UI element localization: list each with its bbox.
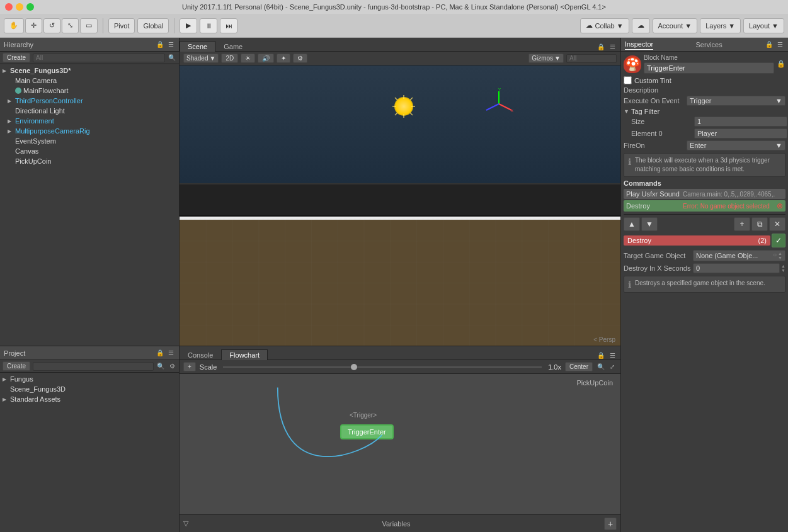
2d-button[interactable]: 2D: [221, 54, 238, 63]
audio-button[interactable]: 🔊: [258, 54, 274, 63]
flowchart-tab[interactable]: Flowchart: [221, 349, 268, 360]
project-item-scene[interactable]: Scene_Fungus3D: [0, 384, 179, 394]
pause-button[interactable]: ⏸: [200, 18, 217, 33]
move-tool[interactable]: ✛: [25, 18, 42, 33]
custom-tint-checkbox[interactable]: [624, 76, 632, 84]
triggerenter-node[interactable]: TriggerEnter: [340, 424, 394, 439]
target-circle-icon[interactable]: ○: [773, 251, 777, 260]
destroy-in-down[interactable]: ▼: [781, 268, 785, 273]
target-value[interactable]: None (Game Obje... ○ ▲ ▼: [693, 250, 785, 261]
target-down-arrow[interactable]: ▼: [778, 256, 782, 260]
minimize-button[interactable]: [16, 3, 23, 11]
tree-item-scene[interactable]: ▶ Scene_Fungus3D*: [0, 65, 179, 76]
fx-button[interactable]: ⚙: [293, 54, 307, 63]
scene-menu-icon[interactable]: ☰: [608, 42, 617, 51]
maximize-button[interactable]: [26, 3, 34, 11]
project-search-icon[interactable]: 🔍: [156, 362, 165, 371]
move-up-button[interactable]: ▲: [624, 217, 640, 231]
tree-item-mainflowchart[interactable]: MainFlowchart: [0, 86, 179, 96]
project-item-fungus[interactable]: ▶ Fungus: [0, 374, 179, 384]
cloud-button[interactable]: ☁: [632, 18, 650, 33]
execute-on-event-dropdown[interactable]: Trigger ▼: [687, 96, 785, 106]
block-name-row: Block Name 🔒: [624, 54, 785, 74]
scale-tool[interactable]: ⤡: [62, 18, 79, 33]
flowchart-expand-icon[interactable]: ⤢: [608, 363, 617, 371]
destroy-in-up[interactable]: ▲: [781, 264, 785, 268]
step-button[interactable]: ⏭: [220, 18, 237, 33]
account-button[interactable]: Account ▼: [653, 18, 698, 33]
project-create-button[interactable]: Create: [3, 361, 30, 371]
flowchart-search-icon[interactable]: 🔍: [597, 363, 605, 371]
inspector-small-lock-icon[interactable]: 🔒: [777, 60, 785, 69]
console-tab[interactable]: Console: [180, 349, 221, 360]
duplicate-command-button[interactable]: ⧉: [751, 217, 768, 231]
inspector-tab[interactable]: Inspector: [625, 39, 653, 50]
lighting-button[interactable]: ☀: [241, 54, 255, 63]
inspector-lock-icon[interactable]: 🔒: [765, 40, 774, 49]
layers-button[interactable]: Layers ▼: [700, 18, 741, 33]
tree-item-canvas[interactable]: Canvas: [0, 146, 179, 156]
hand-tool[interactable]: ✋: [4, 18, 24, 33]
menu-icon[interactable]: ☰: [166, 40, 175, 49]
hierarchy-search-input[interactable]: [33, 54, 165, 62]
execute-on-event-row: Execute On Event Trigger ▼: [624, 96, 785, 106]
tree-item-environment[interactable]: ▶ Environment: [0, 116, 179, 126]
target-up-arrow[interactable]: ▲: [778, 251, 782, 256]
delete-command-button[interactable]: ✕: [769, 217, 785, 231]
project-item-standard[interactable]: ▶ Standard Assets: [0, 394, 179, 404]
add-command-button[interactable]: +: [734, 217, 750, 231]
tree-item-thirdperson[interactable]: ▶ ThirdPersonController: [0, 96, 179, 106]
global-button[interactable]: Global: [137, 18, 169, 33]
pivot-button[interactable]: Pivot: [108, 18, 135, 33]
center-button[interactable]: Center: [565, 362, 593, 371]
tree-item-pickupcoin[interactable]: PickUpCoin: [0, 156, 179, 166]
hierarchy-search-icon[interactable]: 🔍: [168, 54, 176, 62]
destroy-in-input[interactable]: [693, 263, 780, 273]
element-0-row: Element 0: [624, 128, 785, 139]
vfx-button[interactable]: ✦: [277, 54, 290, 63]
tree-item-multipurpose[interactable]: ▶ MultipurposeCameraRig: [0, 126, 179, 136]
custom-tint-label: Custom Tint: [634, 77, 671, 84]
rect-tool[interactable]: ▭: [80, 18, 98, 33]
lock-icon[interactable]: 🔒: [156, 40, 164, 49]
svg-line-4: [395, 98, 397, 100]
block-name-input[interactable]: [644, 62, 774, 74]
layout-button[interactable]: Layout ▼: [743, 18, 784, 33]
tree-item-eventsystem[interactable]: EventSystem: [0, 136, 179, 146]
project-menu-icon[interactable]: ☰: [166, 349, 175, 358]
size-input[interactable]: [694, 116, 787, 127]
scale-slider[interactable]: [223, 366, 542, 368]
tree-item-maincamera[interactable]: Main Camera: [0, 76, 179, 86]
add-block-button[interactable]: +: [183, 362, 196, 371]
game-tab[interactable]: Game: [215, 41, 251, 52]
gizmos-dropdown[interactable]: Gizmos ▼: [528, 54, 564, 63]
project-settings-icon[interactable]: ⚙: [168, 362, 176, 371]
scene-lock-icon[interactable]: 🔒: [597, 42, 605, 51]
close-button[interactable]: [5, 3, 13, 11]
inspector-menu-icon[interactable]: ☰: [775, 40, 784, 49]
hierarchy-tree: ▶ Scene_Fungus3D* Main Camera MainFlowch…: [0, 64, 179, 346]
destroy-error: Error: No game object selected: [683, 203, 777, 210]
shading-dropdown[interactable]: Shaded ▼: [183, 54, 219, 63]
move-down-button[interactable]: ▼: [641, 217, 658, 231]
play-button[interactable]: ▶: [180, 18, 197, 33]
fire-on-dropdown[interactable]: Enter ▼: [687, 140, 785, 150]
hierarchy-create-button[interactable]: Create: [3, 53, 30, 62]
flowchart-lock-icon[interactable]: 🔒: [597, 351, 605, 359]
collab-button[interactable]: ☁ Collab ▼: [580, 18, 629, 33]
tree-item-dirlight[interactable]: Directional Light: [0, 106, 179, 116]
command-play-sound[interactable]: Play Usfxr Sound Camera.main: 0,.5,,.028…: [624, 189, 785, 199]
command-destroy[interactable]: Destroy Error: No game object selected ⊗: [624, 200, 785, 212]
element-0-input[interactable]: [694, 128, 787, 139]
scene-tab[interactable]: Scene: [180, 41, 215, 52]
services-tab[interactable]: Services: [696, 41, 722, 48]
destroy-enabled-checkbox[interactable]: ✓: [772, 234, 785, 247]
scene-search-input[interactable]: [566, 54, 617, 63]
project-search-input[interactable]: [33, 362, 154, 371]
flowchart-view[interactable]: PickUpCoin <Trigger> TriggerEnter: [180, 374, 620, 514]
destroy-in-arrows: ▲ ▼: [781, 264, 785, 273]
flowchart-menu-icon[interactable]: ☰: [608, 351, 617, 359]
project-lock-icon[interactable]: 🔒: [156, 349, 164, 358]
rotate-tool[interactable]: ↺: [43, 18, 60, 33]
add-variable-button[interactable]: +: [604, 518, 617, 530]
